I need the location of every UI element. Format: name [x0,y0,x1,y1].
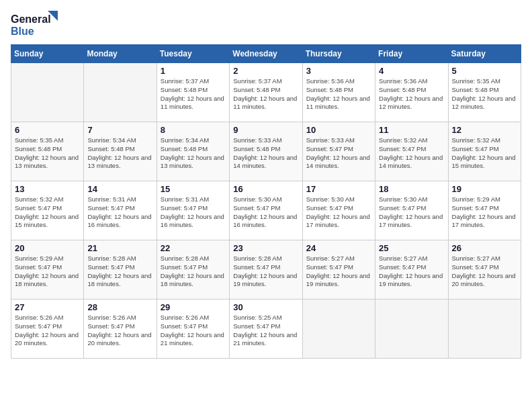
day-detail: Sunrise: 5:26 AM Sunset: 5:47 PM Dayligh… [161,314,226,348]
day-number: 15 [161,184,226,194]
day-number: 14 [87,184,152,194]
day-detail: Sunrise: 5:36 AM Sunset: 5:48 PM Dayligh… [379,77,444,111]
logo-svg: GeneralBlue [11,11,58,38]
day-number: 9 [233,125,298,135]
day-detail: Sunrise: 5:30 AM Sunset: 5:47 PM Dayligh… [306,195,371,230]
calendar-cell [302,300,375,359]
day-number: 26 [452,243,517,253]
calendar-cell: 26Sunrise: 5:27 AM Sunset: 5:47 PM Dayli… [448,240,521,300]
calendar-cell: 3Sunrise: 5:36 AM Sunset: 5:48 PM Daylig… [302,63,375,122]
day-number: 1 [161,66,226,76]
day-number: 23 [233,243,298,253]
day-detail: Sunrise: 5:34 AM Sunset: 5:48 PM Dayligh… [161,136,226,171]
col-header-thursday: Thursday [302,45,375,63]
day-detail: Sunrise: 5:25 AM Sunset: 5:47 PM Dayligh… [233,314,298,348]
calendar-cell: 7Sunrise: 5:34 AM Sunset: 5:48 PM Daylig… [84,122,157,181]
day-number: 28 [87,302,152,312]
day-number: 5 [452,66,517,76]
calendar-cell: 8Sunrise: 5:34 AM Sunset: 5:48 PM Daylig… [157,122,229,181]
col-header-saturday: Saturday [448,45,521,63]
day-detail: Sunrise: 5:30 AM Sunset: 5:47 PM Dayligh… [233,195,298,230]
day-number: 8 [161,125,226,135]
day-detail: Sunrise: 5:28 AM Sunset: 5:47 PM Dayligh… [161,255,226,289]
calendar-cell: 6Sunrise: 5:35 AM Sunset: 5:48 PM Daylig… [11,122,84,181]
day-number: 21 [87,243,152,253]
day-number: 12 [452,125,517,135]
day-detail: Sunrise: 5:37 AM Sunset: 5:48 PM Dayligh… [161,77,226,111]
day-number: 2 [233,66,298,76]
day-detail: Sunrise: 5:36 AM Sunset: 5:48 PM Dayligh… [306,77,371,111]
calendar-cell: 5Sunrise: 5:35 AM Sunset: 5:48 PM Daylig… [448,63,521,122]
calendar-cell: 19Sunrise: 5:29 AM Sunset: 5:47 PM Dayli… [448,181,521,240]
col-header-wednesday: Wednesday [230,45,302,63]
day-number: 29 [161,302,226,312]
day-number: 24 [306,243,371,253]
header: GeneralBlue [11,11,521,38]
calendar-cell: 21Sunrise: 5:28 AM Sunset: 5:47 PM Dayli… [84,240,157,300]
day-detail: Sunrise: 5:35 AM Sunset: 5:48 PM Dayligh… [15,136,80,171]
calendar-cell: 17Sunrise: 5:30 AM Sunset: 5:47 PM Dayli… [302,181,375,240]
day-detail: Sunrise: 5:34 AM Sunset: 5:48 PM Dayligh… [87,136,152,171]
day-detail: Sunrise: 5:26 AM Sunset: 5:47 PM Dayligh… [87,314,152,348]
day-number: 30 [233,302,298,312]
day-number: 4 [379,66,444,76]
col-header-friday: Friday [375,45,448,63]
day-detail: Sunrise: 5:27 AM Sunset: 5:47 PM Dayligh… [379,255,444,289]
day-detail: Sunrise: 5:35 AM Sunset: 5:48 PM Dayligh… [452,77,517,111]
day-number: 22 [161,243,226,253]
calendar-table: SundayMondayTuesdayWednesdayThursdayFrid… [11,44,521,359]
col-header-monday: Monday [84,45,157,63]
calendar-cell: 15Sunrise: 5:31 AM Sunset: 5:47 PM Dayli… [157,181,229,240]
calendar-cell: 18Sunrise: 5:30 AM Sunset: 5:47 PM Dayli… [375,181,448,240]
day-detail: Sunrise: 5:28 AM Sunset: 5:47 PM Dayligh… [87,255,152,289]
calendar-cell: 27Sunrise: 5:26 AM Sunset: 5:47 PM Dayli… [11,300,84,359]
day-number: 20 [15,243,80,253]
day-number: 10 [306,125,371,135]
calendar-cell: 14Sunrise: 5:31 AM Sunset: 5:47 PM Dayli… [84,181,157,240]
calendar-cell: 24Sunrise: 5:27 AM Sunset: 5:47 PM Dayli… [302,240,375,300]
day-detail: Sunrise: 5:32 AM Sunset: 5:47 PM Dayligh… [15,195,80,230]
day-detail: Sunrise: 5:31 AM Sunset: 5:47 PM Dayligh… [87,195,152,230]
day-number: 7 [87,125,152,135]
calendar-week-2: 13Sunrise: 5:32 AM Sunset: 5:47 PM Dayli… [11,181,521,240]
svg-text:General: General [11,13,51,25]
calendar-week-0: 1Sunrise: 5:37 AM Sunset: 5:48 PM Daylig… [11,63,521,122]
day-number: 11 [379,125,444,135]
day-number: 25 [379,243,444,253]
col-header-sunday: Sunday [11,45,84,63]
calendar-cell: 1Sunrise: 5:37 AM Sunset: 5:48 PM Daylig… [157,63,229,122]
day-number: 19 [452,184,517,194]
calendar-week-4: 27Sunrise: 5:26 AM Sunset: 5:47 PM Dayli… [11,300,521,359]
calendar-cell: 16Sunrise: 5:30 AM Sunset: 5:47 PM Dayli… [230,181,302,240]
calendar-cell: 20Sunrise: 5:29 AM Sunset: 5:47 PM Dayli… [11,240,84,300]
calendar-cell: 30Sunrise: 5:25 AM Sunset: 5:47 PM Dayli… [230,300,302,359]
svg-text:Blue: Blue [11,26,34,37]
day-detail: Sunrise: 5:28 AM Sunset: 5:47 PM Dayligh… [233,255,298,289]
calendar-cell: 29Sunrise: 5:26 AM Sunset: 5:47 PM Dayli… [157,300,229,359]
calendar-cell [375,300,448,359]
day-number: 18 [379,184,444,194]
day-number: 3 [306,66,371,76]
calendar-cell: 22Sunrise: 5:28 AM Sunset: 5:47 PM Dayli… [157,240,229,300]
calendar-cell [84,63,157,122]
day-detail: Sunrise: 5:32 AM Sunset: 5:47 PM Dayligh… [379,136,444,171]
day-detail: Sunrise: 5:29 AM Sunset: 5:47 PM Dayligh… [452,195,517,230]
day-detail: Sunrise: 5:26 AM Sunset: 5:47 PM Dayligh… [15,314,80,348]
calendar-cell: 28Sunrise: 5:26 AM Sunset: 5:47 PM Dayli… [84,300,157,359]
day-detail: Sunrise: 5:30 AM Sunset: 5:47 PM Dayligh… [379,195,444,230]
day-number: 6 [15,125,80,135]
day-detail: Sunrise: 5:33 AM Sunset: 5:48 PM Dayligh… [233,136,298,171]
day-detail: Sunrise: 5:27 AM Sunset: 5:47 PM Dayligh… [306,255,371,289]
day-number: 27 [15,302,80,312]
logo: GeneralBlue [11,11,58,38]
day-number: 16 [233,184,298,194]
day-detail: Sunrise: 5:29 AM Sunset: 5:47 PM Dayligh… [15,255,80,289]
day-detail: Sunrise: 5:31 AM Sunset: 5:47 PM Dayligh… [161,195,226,230]
calendar-cell: 2Sunrise: 5:37 AM Sunset: 5:48 PM Daylig… [230,63,302,122]
calendar-cell [11,63,84,122]
calendar-cell: 10Sunrise: 5:33 AM Sunset: 5:47 PM Dayli… [302,122,375,181]
day-detail: Sunrise: 5:37 AM Sunset: 5:48 PM Dayligh… [233,77,298,111]
day-detail: Sunrise: 5:33 AM Sunset: 5:47 PM Dayligh… [306,136,371,171]
calendar-cell: 4Sunrise: 5:36 AM Sunset: 5:48 PM Daylig… [375,63,448,122]
day-number: 17 [306,184,371,194]
